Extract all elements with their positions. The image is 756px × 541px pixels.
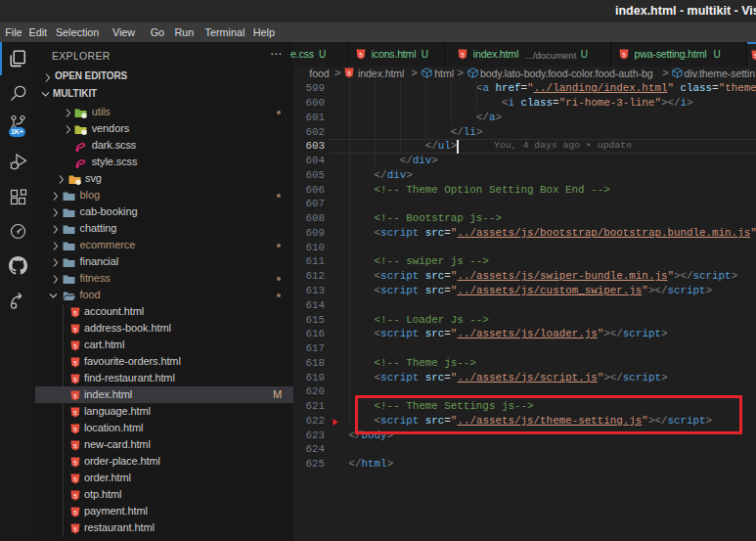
svg-text:5: 5 [73,358,77,365]
svg-text:5: 5 [73,441,77,448]
svg-text:5: 5 [73,491,77,498]
svg-text:5: 5 [73,425,77,431]
svg-text:5: 5 [73,458,77,465]
svg-text:5: 5 [73,308,77,315]
svg-text:5: 5 [73,408,77,415]
svg-text:5: 5 [73,391,77,398]
svg-text:5: 5 [73,524,77,531]
svg-text:5: 5 [73,341,77,348]
svg-text:5: 5 [73,325,77,332]
svg-text:5: 5 [73,375,77,382]
svg-text:5: 5 [73,474,77,481]
svg-text:5: 5 [461,50,465,57]
svg-text:5: 5 [359,50,363,57]
svg-text:5: 5 [348,69,352,76]
svg-text:5: 5 [73,508,77,515]
svg-text:5: 5 [623,50,627,57]
